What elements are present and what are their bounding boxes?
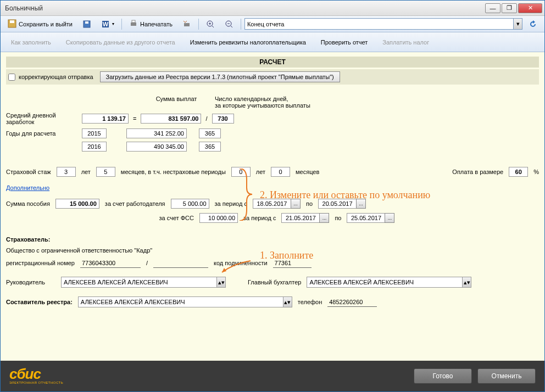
more-link[interactable]: Дополнительно [6,184,49,191]
svg-rect-8 [184,23,190,26]
minimize-button[interactable]: — [485,3,500,13]
employer-share[interactable] [171,199,209,209]
dropdown-icon[interactable]: ▴▾ [216,277,225,287]
benefit-sum-label: Сумма пособия [6,200,50,207]
section-title: РАСЧЕТ [6,57,539,68]
avg-earning-value[interactable] [82,114,129,124]
year2-days[interactable] [199,142,221,152]
employer-share-label: за счет работодателя [105,200,165,207]
fss-date-to[interactable] [347,213,385,223]
accountant-label: Главный бухгалтер [248,279,301,285]
calendar-icon[interactable]: ... [385,213,394,223]
footer: сбис ЭЛЕКТРОННАЯ ОТЧЕТНОСТЬ Готово Отмен… [1,361,544,391]
report-section-combo[interactable]: Конец отчета ▾ [244,18,522,30]
print-dropdown-icon[interactable] [179,18,195,31]
accountant-select[interactable]: АЛЕКСЕЕВ АЛЕКСЕЙ АЛЕКСЕЕВИЧ ▴▾ [307,277,471,288]
window-title: Больничный [3,4,485,12]
calendar-icon[interactable]: ... [291,199,301,209]
insurer-org: Общество с ограниченной ответственностью… [6,247,539,254]
correction-checkbox[interactable]: корректирующая отправка [8,74,93,81]
head-label: Руководитель [6,279,55,285]
svg-rect-3 [85,21,88,24]
header-sum: Сумма выплат [138,96,215,109]
close-button[interactable]: ✕ [518,3,542,13]
noninsurance-months[interactable] [271,167,290,177]
save-exit-label: Сохранить и выйти [19,21,73,27]
how-fill-button[interactable]: ? Как заполнить [4,38,55,47]
calendar-icon[interactable]: ... [319,213,329,223]
pay-rate-label: Оплата в размере [452,169,503,175]
fss-date-from[interactable] [281,213,320,223]
year1-sum[interactable] [126,128,187,138]
reg-number-label: регистрационный номер [6,260,75,266]
head-select[interactable]: АЛЕКСЕЕВ АЛЕКСЕЙ АЛЕКСЕЕВИЧ ▴▾ [61,277,226,288]
year1[interactable] [82,128,107,138]
titlebar: Больничный — ❐ ✕ [1,1,544,16]
toolbar-main: Сохранить и выйти W▾ Напечатать Конец от… [1,16,544,32]
pay-tax-button[interactable]: Заплатить налог [375,38,433,47]
svg-rect-7 [132,20,135,23]
print-icon [129,19,138,29]
save-exit-button[interactable]: Сохранить и выйти [4,17,76,31]
change-requisites-button[interactable]: Изменить реквизиты налогоплательщика [183,38,310,47]
maximize-button[interactable]: ❐ [502,3,517,13]
svg-rect-6 [131,23,136,26]
compiler-select[interactable]: АЛЕКСЕЕВ АЛЕКСЕЙ АЛЕКСЕЕВИЧ ▴▾ [78,296,292,307]
avg-earning-label: Средний дневной заработок [6,112,77,125]
year2-sum[interactable] [126,142,187,152]
stazh-months[interactable] [96,167,115,177]
svg-rect-1 [10,20,14,23]
print-label: Напечатать [140,21,173,27]
cancel-button[interactable]: Отменить [477,368,536,384]
zoom-out-icon[interactable] [221,18,237,31]
svg-text:W: W [103,21,109,27]
fss-share[interactable] [199,213,238,223]
year1-days[interactable] [199,128,221,138]
combo-value: Конец отчета [247,21,285,27]
dropdown-icon[interactable]: ▴▾ [283,297,292,307]
word-icon-button[interactable]: W▾ [97,18,118,31]
ok-button[interactable]: Готово [414,368,472,384]
insurer-title: Страхователь: [6,236,539,243]
zoom-in-icon[interactable] [202,18,219,31]
subord-code[interactable] [273,258,312,268]
phone-label: телефон [298,299,322,305]
content-area: РАСЧЕТ корректирующая отправка Загрузить… [1,52,544,361]
stazh-years[interactable] [57,167,76,177]
reg-number-2[interactable] [153,258,208,268]
calendar-icon[interactable]: ... [356,199,366,209]
employer-date-from[interactable] [253,199,291,209]
save-exit-icon [8,19,16,29]
print-button[interactable]: Напечатать [125,17,176,31]
subord-code-label: код подчиненности [214,260,268,266]
save-icon-button[interactable] [79,18,95,31]
total-days[interactable] [212,114,234,124]
header-days: Число календарных дней, за которые учиты… [215,96,319,109]
fss-share-label: за счет ФСС [123,215,194,221]
dropdown-icon[interactable]: ▴▾ [462,277,471,287]
total-sum[interactable] [141,114,201,124]
year2[interactable] [82,142,107,152]
compiler-label: Составитель реестра: [6,299,73,305]
phone-input[interactable] [327,297,377,307]
employer-date-to[interactable] [318,199,357,209]
pay-rate[interactable] [509,167,528,177]
logo: сбис ЭЛЕКТРОННАЯ ОТЧЕТНОСТЬ [9,368,408,384]
benefit-sum[interactable] [55,199,99,209]
reg-number[interactable] [80,258,141,268]
years-label: Годы для расчета [6,130,77,137]
refresh-icon[interactable] [525,18,541,31]
chevron-down-icon[interactable]: ▾ [513,19,522,29]
noninsurance-years[interactable] [231,167,251,177]
load-registry-button[interactable]: Загрузить данные из Реестра версии 1.7.3… [100,71,340,82]
stazh-label: Страховой стаж [6,169,51,175]
check-report-button[interactable]: Проверить отчет [314,38,372,47]
toolbar-secondary: ? Как заполнить Скопировать данные из др… [1,32,544,52]
copy-data-button[interactable]: Скопировать данные из другого отчета [59,38,180,47]
